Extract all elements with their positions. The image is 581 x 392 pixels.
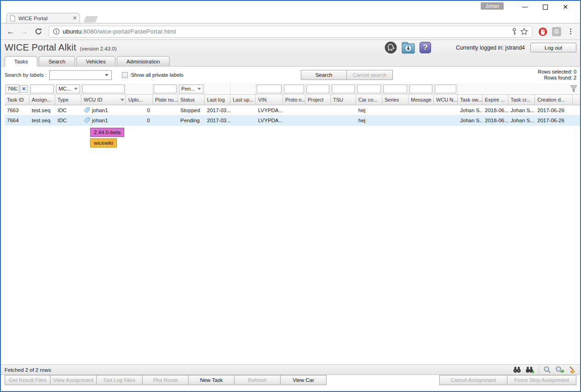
- col-expire[interactable]: Expire ...: [483, 95, 508, 105]
- refresh-button[interactable]: Refresh: [235, 375, 281, 385]
- browser-toolbar: ← → ubuntu:8080/wice-portal/FastePortal.…: [1, 23, 580, 40]
- find-icon[interactable]: [513, 366, 521, 373]
- new-task-button[interactable]: New Task: [189, 375, 235, 385]
- wcu-n-filter-input[interactable]: [435, 85, 456, 93]
- col-vin[interactable]: VIN: [256, 95, 283, 105]
- plot-route-button[interactable]: Plot Route: [143, 375, 189, 385]
- sort-arrow-icon[interactable]: [121, 99, 124, 101]
- labels-dropdown[interactable]: [49, 70, 112, 80]
- view-car-button[interactable]: View Car: [281, 375, 327, 385]
- project-filter-input[interactable]: [306, 85, 329, 93]
- url-text[interactable]: ubuntu:8080/wice-portal/FastePortal.html: [63, 28, 508, 35]
- table-row-7664[interactable]: 7664 test.seq IDC johan1 0 Pending 2017-…: [5, 115, 580, 125]
- get-result-files-button[interactable]: Get Result Files: [5, 375, 51, 385]
- url-bar[interactable]: ubuntu:8080/wice-portal/FastePortal.html: [49, 26, 532, 38]
- wcu-id-filter-input[interactable]: [82, 85, 125, 93]
- col-message[interactable]: Message: [408, 95, 434, 105]
- col-car-co[interactable]: Car co...: [356, 95, 382, 105]
- handblock-extension-icon[interactable]: [537, 26, 549, 38]
- col-task-id[interactable]: Task ID: [5, 95, 29, 105]
- portal-tabs: Tasks Search Vehicles Administration: [1, 55, 580, 67]
- force-stop-assignment-button[interactable]: Force Stop Assignment: [507, 375, 576, 385]
- col-task-created[interactable]: Task cr...: [508, 95, 535, 105]
- help-icon[interactable]: ?: [420, 42, 431, 53]
- col-creation-date[interactable]: Creation d...: [535, 95, 573, 105]
- filter-type: MC...: [55, 83, 81, 94]
- message-filter-input[interactable]: [409, 85, 432, 93]
- action-bar: Get Result Files View Assignment Get Log…: [1, 375, 580, 386]
- tab-administration[interactable]: Administration: [117, 56, 170, 66]
- tab-tasks[interactable]: Tasks: [5, 56, 37, 67]
- type-filter-select[interactable]: MC...: [56, 85, 80, 93]
- col-task-owner[interactable]: Task ow...: [458, 95, 483, 105]
- search-button[interactable]: Search: [301, 70, 347, 80]
- reload-button[interactable]: [32, 26, 44, 38]
- tab-vehicles[interactable]: Vehicles: [76, 56, 115, 66]
- close-button[interactable]: ✕: [555, 2, 575, 11]
- cell-proto: [283, 115, 305, 125]
- col-upload[interactable]: Uplo...: [126, 95, 153, 105]
- clear-filter-icon[interactable]: ✕: [20, 85, 28, 93]
- series-filter-input[interactable]: [383, 85, 407, 93]
- car-co-filter-input[interactable]: [357, 85, 381, 93]
- cell-tsu: [331, 115, 356, 125]
- cell-type: IDC: [55, 115, 81, 125]
- bookmark-star-icon[interactable]: [520, 28, 528, 35]
- forward-button[interactable]: →: [18, 26, 30, 38]
- cell-last-log: 2017-03...: [205, 115, 230, 125]
- info-icon[interactable]: [53, 28, 60, 35]
- logout-button[interactable]: Log out: [530, 43, 576, 52]
- plate-filter-input[interactable]: [154, 85, 177, 93]
- zoom-search-icon[interactable]: [543, 366, 551, 374]
- tsu-filter-input[interactable]: [332, 85, 355, 93]
- label-tag-icon[interactable]: [84, 107, 90, 113]
- cell-upload: 0: [126, 115, 153, 125]
- col-last-upload[interactable]: Last up...: [230, 95, 256, 105]
- minimize-button[interactable]: [515, 2, 535, 11]
- col-proto[interactable]: Proto n...: [283, 95, 305, 105]
- browser-menu-button[interactable]: [564, 26, 576, 38]
- cancel-assignment-button[interactable]: Cancel Assignment: [439, 375, 507, 385]
- col-assignment[interactable]: Assign...: [29, 95, 55, 105]
- download-icon[interactable]: [402, 41, 415, 54]
- tab-close-icon[interactable]: ✕: [73, 15, 77, 21]
- col-wcu-id[interactable]: WCU ID: [81, 95, 126, 105]
- new-tab-stub[interactable]: [83, 16, 98, 23]
- key-icon[interactable]: [511, 28, 518, 35]
- find-add-icon[interactable]: [525, 366, 535, 374]
- vin-filter-input[interactable]: [257, 85, 282, 93]
- col-status[interactable]: Status: [178, 95, 205, 105]
- logged-in-label: Currently logged in: jstrand4: [456, 45, 525, 51]
- clear-broom-icon[interactable]: [569, 366, 576, 374]
- cancel-search-button[interactable]: Cancel search: [347, 70, 393, 80]
- g-extension-icon[interactable]: G: [551, 26, 563, 38]
- task-id-filter-input[interactable]: [6, 85, 19, 93]
- proto-filter-input[interactable]: [284, 85, 304, 93]
- maximize-button[interactable]: [535, 2, 555, 11]
- get-log-files-button[interactable]: Get Log Files: [97, 375, 143, 385]
- col-wcu-n[interactable]: WCU N...: [434, 95, 458, 105]
- col-tsu[interactable]: TSU: [331, 95, 356, 105]
- assignment-filter-input[interactable]: [30, 85, 54, 93]
- cell-wcu-n: [434, 115, 458, 125]
- col-last-log[interactable]: Last log: [205, 95, 230, 105]
- profile-badge[interactable]: Johan: [481, 2, 504, 10]
- col-type[interactable]: Type: [55, 95, 81, 105]
- filter-funnel-icon[interactable]: [570, 83, 577, 94]
- back-button[interactable]: ←: [5, 26, 17, 38]
- col-series[interactable]: Series: [382, 95, 408, 105]
- browser-tab[interactable]: WICE Portal ✕: [6, 13, 80, 23]
- tab-search[interactable]: Search: [39, 56, 75, 66]
- view-assignment-button[interactable]: View Assignment: [51, 375, 97, 385]
- label-tag-icon[interactable]: [84, 117, 90, 123]
- cell-status: Pending: [178, 115, 205, 125]
- notification-bell-icon[interactable]: [385, 41, 397, 54]
- show-private-labels-checkbox[interactable]: [122, 72, 128, 78]
- filter-wcu-n: [434, 83, 458, 94]
- col-project[interactable]: Project: [305, 95, 331, 105]
- zoom-add-icon[interactable]: [555, 366, 564, 374]
- status-filter-select[interactable]: Pen...: [179, 85, 203, 93]
- col-plate[interactable]: Plate nu...: [153, 95, 178, 105]
- table-row-7663[interactable]: 7663 test.seq IDC johan1 0 Stopped 2017-…: [5, 105, 580, 115]
- tasks-table: ✕ MC... Pen...: [1, 83, 580, 125]
